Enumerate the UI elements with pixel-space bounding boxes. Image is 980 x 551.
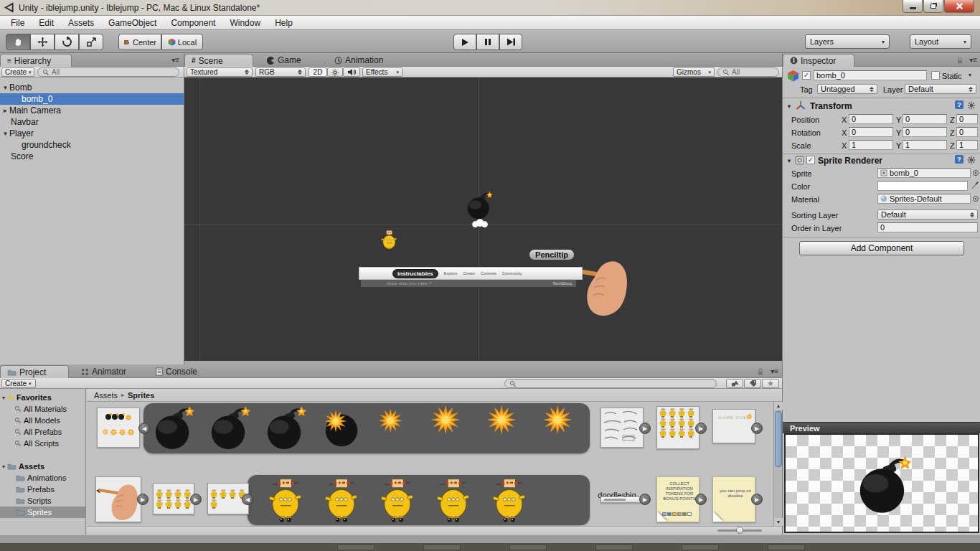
asset-thumb-bomb3[interactable] <box>319 405 364 450</box>
tab-game[interactable]: Game <box>260 54 318 67</box>
project-create-button[interactable]: Create ▾ <box>1 379 36 388</box>
menu-assets[interactable]: Assets <box>62 17 100 29</box>
sprite-renderer-foldout-icon[interactable]: ▼ <box>786 158 792 164</box>
tag-dropdown[interactable]: Untagged <box>817 84 877 94</box>
tree-all-models[interactable]: All Models <box>0 415 85 426</box>
position-z-field[interactable]: 0 <box>956 114 978 124</box>
search-by-label-button[interactable] <box>744 379 761 388</box>
position-x-field[interactable]: 0 <box>849 114 893 124</box>
foldout-expanded-icon[interactable]: ▼ <box>1 131 9 137</box>
menu-window[interactable]: Window <box>223 17 267 29</box>
asset-thumb-navbar[interactable] <box>600 496 644 503</box>
collapse-subassets-button[interactable]: ◀ <box>138 423 150 434</box>
layer-dropdown[interactable]: Default <box>905 84 976 94</box>
lock-icon[interactable] <box>756 367 765 376</box>
active-checkbox[interactable]: ✓ <box>802 71 811 80</box>
tree-all-materials[interactable]: All Materials <box>0 403 85 415</box>
asset-thumb-note2[interactable]: you can jump on doodles <box>712 476 755 522</box>
sprite-renderer-gear-icon[interactable] <box>967 156 976 164</box>
eyedropper-icon[interactable] <box>971 181 979 189</box>
menu-gameobject[interactable]: GameObject <box>102 17 163 29</box>
layers-dropdown[interactable]: Layers ▾ <box>805 34 890 49</box>
hierarchy-item-groundcheck[interactable]: groundcheck <box>0 139 184 151</box>
minimize-button[interactable] <box>903 0 923 13</box>
thumbnail-zoom-slider[interactable] <box>717 529 762 532</box>
asset-thumb-doodle2[interactable] <box>377 478 417 522</box>
scene-audio-button[interactable] <box>343 67 360 77</box>
position-y-field[interactable]: 0 <box>903 114 947 124</box>
rotation-x-field[interactable]: 0 <box>849 127 893 137</box>
scale-x-field[interactable]: 1 <box>849 140 893 150</box>
gizmos-dropdown[interactable]: Gizmos ▾ <box>673 67 715 77</box>
color-swatch[interactable] <box>877 181 968 191</box>
sprite-picker-target-icon[interactable] <box>972 169 979 176</box>
sorting-layer-dropdown[interactable]: Default <box>877 209 978 220</box>
material-field[interactable]: Sprites-Default <box>877 194 971 204</box>
search-favorites-button[interactable]: ★ <box>762 379 779 388</box>
collapse-subassets-button[interactable]: ◀ <box>242 494 253 505</box>
project-search-input[interactable] <box>504 379 717 388</box>
tab-hierarchy[interactable]: ≡ Hierarchy <box>0 54 72 67</box>
asset-thumb-bomb4[interactable] <box>375 405 420 450</box>
effects-dropdown[interactable]: Effects ▾ <box>362 67 402 77</box>
tree-sprites-selected[interactable]: Sprites <box>0 507 85 518</box>
project-menu-icon[interactable]: ▾≡ <box>771 367 778 375</box>
bomb-sprite[interactable] <box>465 191 494 220</box>
pause-button[interactable] <box>476 34 499 50</box>
tree-favorites[interactable]: ▼ ★ Favorites <box>0 392 85 403</box>
toggle-2d-button[interactable]: 2D <box>308 67 327 77</box>
sprite-field[interactable]: bomb_0 <box>877 168 971 178</box>
scroll-up-icon[interactable]: ▲ <box>774 402 783 410</box>
asset-thumb-doodle1[interactable] <box>321 478 361 522</box>
tab-console[interactable]: Console <box>149 365 211 378</box>
sprite-renderer-checkbox[interactable]: ✓ <box>806 156 815 164</box>
hand-tool-button[interactable] <box>6 34 30 50</box>
asset-thumb-doodle0[interactable] <box>265 478 305 522</box>
scene-viewport[interactable]: Penciltip instructables Explore Create C… <box>184 77 782 361</box>
scrollbar-thumb[interactable] <box>775 411 782 467</box>
tab-scene[interactable]: # Scene <box>184 54 253 67</box>
asset-thumb-doodle4[interactable] <box>489 478 529 522</box>
asset-thumb-bomb6[interactable] <box>486 404 533 451</box>
expand-subassets-button[interactable]: ▶ <box>639 494 651 505</box>
asset-thumb-doodlesbig[interactable] <box>600 408 644 448</box>
hierarchy-item-main-camera[interactable]: ► Main Camera <box>0 105 184 116</box>
expand-subassets-button[interactable]: ▶ <box>751 423 763 434</box>
menu-help[interactable]: Help <box>268 17 299 29</box>
hierarchy-item-bomb[interactable]: ▼ Bomb <box>0 82 184 93</box>
scroll-down-icon[interactable]: ▼ <box>774 518 783 526</box>
restore-button[interactable] <box>923 0 943 13</box>
tree-all-prefabs[interactable]: All Prefabs <box>0 426 85 438</box>
hierarchy-search-input[interactable]: All <box>37 67 179 77</box>
expand-subassets-button[interactable]: ▶ <box>695 494 707 505</box>
rotate-tool-button[interactable] <box>55 34 79 50</box>
asset-thumb-bomb7[interactable] <box>542 404 589 451</box>
play-button[interactable] <box>453 34 476 50</box>
move-tool-button[interactable] <box>30 34 55 50</box>
tree-all-scripts[interactable]: All Scripts <box>0 438 85 449</box>
tab-animator[interactable]: Animator <box>75 365 143 378</box>
menu-component[interactable]: Component <box>164 17 222 29</box>
lock-icon[interactable] <box>956 56 964 65</box>
foldout-collapsed-icon[interactable]: ► <box>1 108 9 114</box>
scale-y-field[interactable]: 1 <box>903 140 947 150</box>
foldout-expanded-icon[interactable]: ▼ <box>1 85 9 91</box>
static-dropdown-icon[interactable]: ▾ <box>969 72 971 78</box>
breadcrumb-root[interactable]: Assets <box>94 391 118 400</box>
inspector-menu-icon[interactable]: ▾≡ <box>969 56 977 64</box>
asset-thumb-drivesheet[interactable] <box>656 406 699 449</box>
scale-z-field[interactable]: 1 <box>956 140 978 150</box>
asset-thumb-doodle3[interactable] <box>433 478 473 522</box>
gameobject-name-field[interactable]: bomb_0 <box>814 70 927 80</box>
transform-foldout-icon[interactable]: ▼ <box>786 103 792 110</box>
tree-prefabs[interactable]: Prefabs <box>0 484 85 495</box>
hierarchy-item-score[interactable]: Score <box>0 151 184 162</box>
close-button[interactable] <box>944 0 974 13</box>
rotation-y-field[interactable]: 0 <box>903 127 947 137</box>
expand-subassets-button[interactable]: ▶ <box>639 423 651 434</box>
sprite-renderer-help-icon[interactable]: ? <box>955 155 963 164</box>
asset-thumb-bomb[interactable] <box>97 408 140 448</box>
expand-subassets-button[interactable]: ▶ <box>751 494 763 505</box>
render-mode-dropdown[interactable]: RGB <box>255 67 306 77</box>
tree-animations[interactable]: Animations <box>0 472 85 484</box>
